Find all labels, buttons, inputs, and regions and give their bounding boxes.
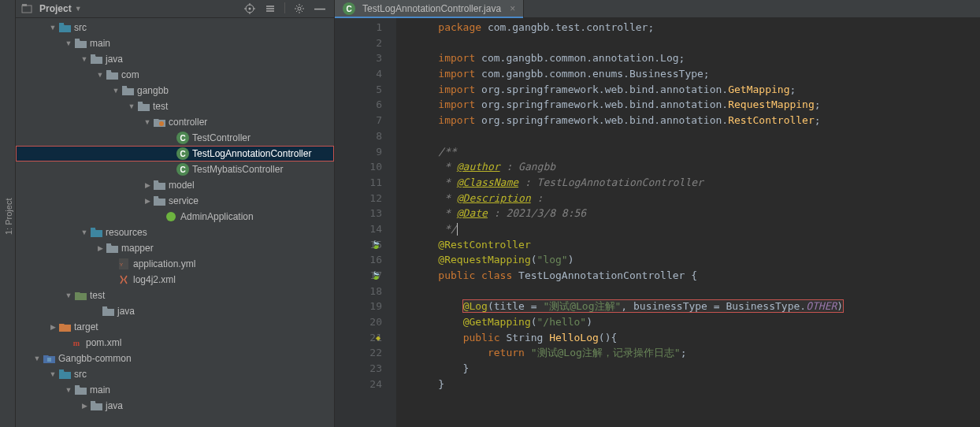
tree-item-log4j2-xml[interactable]: log4j2.xml <box>16 272 334 288</box>
hide-icon[interactable]: — <box>314 2 326 15</box>
tree-item-testcontroller[interactable]: CTestController <box>16 130 334 146</box>
line-number[interactable]: 15🍃 <box>335 237 382 253</box>
expand-arrow-icon[interactable]: ▶ <box>79 402 90 410</box>
expand-arrow-icon[interactable]: ▼ <box>142 118 153 126</box>
settings-icon[interactable] <box>293 2 306 15</box>
code-line-9[interactable]: /** <box>412 144 980 160</box>
tree-item-test[interactable]: ▼test <box>16 288 334 303</box>
line-number[interactable]: 9 <box>335 144 382 160</box>
expand-arrow-icon[interactable]: ▶ <box>95 244 106 252</box>
code-line-14[interactable]: */ <box>412 221 980 237</box>
line-number[interactable]: 17🍃 <box>335 268 382 284</box>
line-number[interactable]: 5 <box>335 82 382 98</box>
line-number[interactable]: 10 <box>335 159 382 175</box>
tree-item-gangbb[interactable]: ▼gangbb <box>16 83 334 98</box>
tree-item-pom-xml[interactable]: mpom.xml <box>16 335 334 351</box>
code-line-7[interactable]: import org.springframework.web.bind.anno… <box>412 113 980 128</box>
code-line-13[interactable]: * @Date : 2021/3/8 8:56 <box>412 206 980 221</box>
expand-arrow-icon[interactable]: ▼ <box>95 71 106 79</box>
code-line-1[interactable]: package com.gangbb.test.controller; <box>412 20 980 35</box>
expand-arrow-icon[interactable]: ▼ <box>126 102 137 110</box>
code-line-12[interactable]: * @Description : <box>412 191 980 206</box>
code-line-18[interactable] <box>412 284 980 299</box>
code-line-3[interactable]: import com.gangbb.common.annotation.Log; <box>412 50 980 66</box>
code-content[interactable]: package com.gangbb.test.controller; impo… <box>396 18 980 427</box>
code-line-15[interactable]: @RestController <box>412 237 980 253</box>
tree-item-main[interactable]: ▼main <box>16 382 334 398</box>
expand-arrow-icon[interactable]: ▶ <box>142 181 153 189</box>
line-number[interactable]: 21◆ <box>335 330 382 346</box>
expand-arrow-icon[interactable]: ▼ <box>63 386 74 394</box>
code-line-24[interactable]: } <box>412 377 980 392</box>
line-number[interactable]: 7 <box>335 113 382 128</box>
tree-item-mapper[interactable]: ▶mapper <box>16 240 334 256</box>
tree-item-java[interactable]: ▼java <box>16 51 334 67</box>
tree-item-main[interactable]: ▼main <box>16 35 334 51</box>
tree-item-service[interactable]: ▶service <box>16 193 334 209</box>
tree-item-java[interactable]: java <box>16 303 334 319</box>
code-line-17[interactable]: public class TestLogAnnotationController… <box>412 268 980 284</box>
code-line-5[interactable]: import org.springframework.web.bind.anno… <box>412 82 980 98</box>
code-line-11[interactable]: * @ClassName : TestLogAnnotationControll… <box>412 175 980 191</box>
tree-item-src[interactable]: ▼src <box>16 20 334 35</box>
line-number[interactable]: 2 <box>335 35 382 51</box>
line-number[interactable]: 16 <box>335 252 382 268</box>
expand-arrow-icon[interactable]: ▼ <box>110 87 121 95</box>
expand-arrow-icon[interactable]: ▼ <box>79 55 90 63</box>
rail-structure[interactable]: 7: Structure <box>0 6 2 427</box>
tree-item-gangbb-common[interactable]: ▼Gangbb-common <box>16 351 334 366</box>
code-line-10[interactable]: * @author : Gangbb <box>412 159 980 175</box>
code-line-2[interactable] <box>412 35 980 51</box>
line-number[interactable]: 19 <box>335 299 382 314</box>
line-number[interactable]: 4 <box>335 66 382 82</box>
tree-item-resources[interactable]: ▼resources <box>16 225 334 240</box>
code-line-23[interactable]: } <box>412 361 980 377</box>
expand-arrow-icon[interactable]: ▼ <box>47 370 58 378</box>
code-line-4[interactable]: import com.gangbb.common.enums.BusinessT… <box>412 66 980 82</box>
code-line-8[interactable] <box>412 128 980 144</box>
tree-item-test[interactable]: ▼test <box>16 98 334 114</box>
line-number[interactable]: 3 <box>335 50 382 66</box>
line-number[interactable]: 14 <box>335 221 382 237</box>
expand-arrow-icon[interactable]: ▶ <box>142 197 153 205</box>
editor-tab[interactable]: C TestLogAnnotationController.java × <box>335 0 524 18</box>
line-number[interactable]: 8 <box>335 128 382 144</box>
line-number[interactable]: 11 <box>335 175 382 191</box>
tree-item-com[interactable]: ▼com <box>16 67 334 83</box>
locate-icon[interactable] <box>243 2 256 15</box>
project-tree[interactable]: ▼src▼main▼java▼com▼gangbb▼test▼controlle… <box>16 18 334 427</box>
expand-arrow-icon[interactable]: ▼ <box>63 291 74 299</box>
line-number[interactable]: 18 <box>335 284 382 299</box>
tree-item-controller[interactable]: ▼controller <box>16 114 334 130</box>
line-number[interactable]: 20 <box>335 314 382 330</box>
line-number[interactable]: 24 <box>335 377 382 392</box>
tree-item-src[interactable]: ▼src <box>16 366 334 382</box>
line-number[interactable]: 1 <box>335 20 382 35</box>
rail-project[interactable]: 1: Project <box>2 6 15 427</box>
code-line-6[interactable]: import org.springframework.web.bind.anno… <box>412 97 980 113</box>
tree-item-java[interactable]: ▶java <box>16 398 334 414</box>
tree-item-adminapplication[interactable]: AdminApplication <box>16 209 334 225</box>
gutter[interactable]: 123456789101112131415🍃1617🍃18192021◆2223… <box>335 18 396 427</box>
code-line-21[interactable]: public String HelloLog(){ <box>412 330 980 346</box>
line-number[interactable]: 6 <box>335 97 382 113</box>
expand-arrow-icon[interactable]: ▼ <box>79 228 90 236</box>
code-line-16[interactable]: @RequestMapping("log") <box>412 252 980 268</box>
tree-item-target[interactable]: ▶target <box>16 319 334 335</box>
code-editor[interactable]: 123456789101112131415🍃1617🍃18192021◆2223… <box>335 18 980 427</box>
tree-item-application-yml[interactable]: Yapplication.yml <box>16 256 334 272</box>
expand-arrow-icon[interactable]: ▼ <box>63 39 74 47</box>
tree-item-testlogannotationcontroller[interactable]: CTestLogAnnotationController <box>16 146 334 162</box>
line-number[interactable]: 12 <box>335 191 382 206</box>
line-number[interactable]: 23 <box>335 361 382 377</box>
line-number[interactable]: 13 <box>335 206 382 221</box>
code-line-19[interactable]: @Log(title = "测试@Log注解", businessType = … <box>412 299 980 314</box>
tree-item-testmybatiscontroller[interactable]: CTestMybatisController <box>16 162 334 177</box>
code-line-22[interactable]: return "测试@Log注解，记录操作日志"; <box>412 345 980 361</box>
line-number[interactable]: 22 <box>335 345 382 361</box>
tree-item-model[interactable]: ▶model <box>16 177 334 193</box>
expand-arrow-icon[interactable]: ▼ <box>47 24 58 32</box>
expand-arrow-icon[interactable]: ▼ <box>32 355 43 362</box>
expand-arrow-icon[interactable]: ▶ <box>47 323 58 331</box>
project-panel-title[interactable]: Project ▼ <box>20 2 243 15</box>
